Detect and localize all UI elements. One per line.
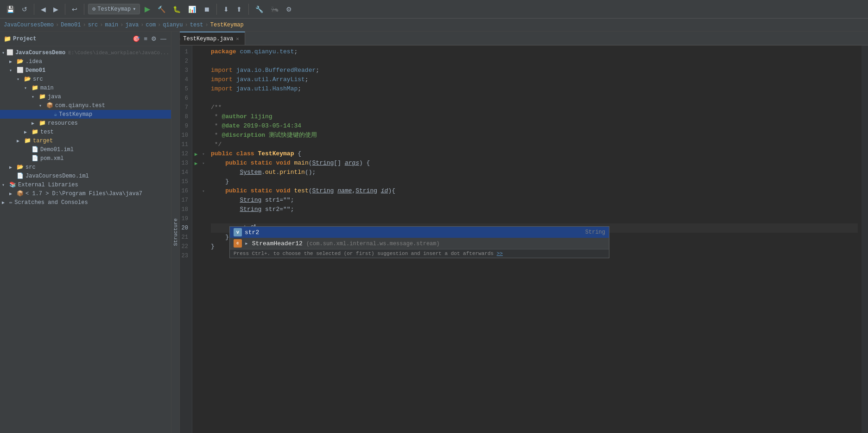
tree-label: Demo01.iml <box>40 146 74 153</box>
expand-arrow[interactable]: ▾ <box>17 76 24 82</box>
wrench-button[interactable]: 🔧 <box>253 4 266 15</box>
fold-cell-13[interactable]: ▾ <box>200 159 207 168</box>
tree-item-test[interactable]: ▶ 📁 test <box>0 127 171 136</box>
code-line-17: String str1=""; <box>211 196 858 205</box>
tree-label: < 1.7 > D:\Program Files\Java\java7 <box>25 191 142 197</box>
breadcrumb-test[interactable]: test <box>190 22 203 28</box>
tree-item-javacourses[interactable]: ▾ ⬜ JavaCoursesDemo E:\Codes\idea_workpl… <box>0 48 171 57</box>
tree-item-src2[interactable]: ▶ 📂 src <box>0 163 171 172</box>
breadcrumb: JavaCoursesDemo › Demo01 › src › main › … <box>0 19 868 32</box>
expand-arrow[interactable]: ▶ <box>9 59 17 64</box>
sync-button[interactable]: ↺ <box>19 4 30 15</box>
down-button[interactable]: ⬇ <box>221 4 232 15</box>
forward-button[interactable]: ▶ <box>51 4 61 15</box>
expand-arrow[interactable]: ▶ <box>32 121 39 126</box>
breadcrumb-main[interactable]: main <box>105 22 118 28</box>
expand-arrow[interactable]: ▾ <box>2 50 6 56</box>
run-cell-19 <box>192 214 200 223</box>
structure-label[interactable]: Structure <box>173 218 178 246</box>
folder-icon: 📂 <box>17 58 24 65</box>
run-cell-13[interactable]: ▶ <box>192 159 200 168</box>
locate-button[interactable]: 🎯 <box>132 34 141 43</box>
dropdown-icon: ▾ <box>133 6 136 13</box>
breadcrumb-java[interactable]: java <box>125 22 139 28</box>
tree-item-java[interactable]: ▾ 📁 java <box>0 92 171 101</box>
settings-button[interactable]: ⚙ <box>150 34 158 43</box>
tree-item-java7[interactable]: ▶ 📦 < 1.7 > D:\Program Files\Java\java7 <box>0 189 171 198</box>
module-icon: ⬜ <box>17 67 24 74</box>
run-button[interactable]: ▶ <box>142 3 153 15</box>
tree-item-demo01[interactable]: ▾ ⬜ Demo01 <box>0 66 171 75</box>
editor-area: ☕ TestKeymap.java ✕ 1 2 3 4 5 6 7 8 9 10… <box>171 32 868 433</box>
breadcrumb-demo01[interactable]: Demo01 <box>61 22 81 28</box>
code-line-12: public class TestKeymap { <box>211 149 858 159</box>
run-cell-1 <box>192 47 200 57</box>
fold-cell-7 <box>200 103 207 112</box>
run-config-selector[interactable]: ⚙ TestKeymap ▾ <box>88 4 140 14</box>
expand-arrow[interactable]: ▶ <box>17 138 24 144</box>
breadcrumb-src[interactable]: src <box>88 22 98 28</box>
debug-button[interactable]: 🐛 <box>170 4 184 15</box>
vcs-button[interactable]: ⚙ <box>283 4 295 15</box>
fold-cell-2 <box>200 57 207 66</box>
autocomplete-item-str2[interactable]: v str2 String <box>230 227 609 238</box>
run-cell-5 <box>192 84 200 94</box>
code-content[interactable]: package com.qianyu.test; import java.io.… <box>207 45 862 433</box>
structure-panel[interactable]: Structure <box>171 32 180 433</box>
autocomplete-dropdown[interactable]: v str2 String c ▸ StreamHeader12 (com.su… <box>229 226 609 258</box>
build-button[interactable]: 🔨 <box>155 4 168 15</box>
tree-item-main[interactable]: ▾ 📁 main <box>0 83 171 92</box>
breadcrumb-javacourses[interactable]: JavaCoursesDemo <box>4 22 54 28</box>
libs-icon: 📚 <box>9 181 16 188</box>
tab-close-button[interactable]: ✕ <box>236 36 239 42</box>
fold-cell-12[interactable]: ▾ <box>200 149 207 159</box>
coverage-button[interactable]: 📊 <box>185 4 199 15</box>
minimize-button[interactable]: — <box>159 34 167 43</box>
tab-testkeymap[interactable]: ☕ TestKeymap.java ✕ <box>171 32 245 45</box>
expand-arrow[interactable]: ▾ <box>24 85 32 91</box>
up-button[interactable]: ⬆ <box>234 4 245 15</box>
target-folder-icon: 📁 <box>24 137 31 144</box>
code-line-18: String str2=""; <box>211 205 858 214</box>
collapse-all-button[interactable]: ≡ <box>143 34 148 43</box>
breadcrumb-testkeymap[interactable]: TestKeymap <box>210 22 244 28</box>
tree-item-pom[interactable]: 📄 pom.xml <box>0 154 171 163</box>
expand-arrow[interactable]: ▶ <box>9 165 17 170</box>
breadcrumb-com[interactable]: com <box>146 22 156 28</box>
back-button[interactable]: ◀ <box>38 4 49 15</box>
fold-cell-16[interactable]: ▾ <box>200 186 207 196</box>
autocomplete-item-streamheader[interactable]: c ▸ StreamHeader12 (com.sun.xml.internal… <box>230 238 609 249</box>
separator-5 <box>248 4 249 15</box>
tree-item-resources[interactable]: ▶ 📁 resources <box>0 119 171 127</box>
revert-button[interactable]: ↩ <box>69 4 80 15</box>
hint-link[interactable]: >> <box>497 251 503 256</box>
ant-button[interactable]: 🐜 <box>268 4 281 15</box>
run-config-icon: ⚙ <box>92 6 95 13</box>
breadcrumb-qianyu[interactable]: qianyu <box>163 22 183 28</box>
separator-2 <box>65 4 65 15</box>
tree-item-target[interactable]: ▶ 📁 target <box>0 136 171 145</box>
tree-label: com.qianyu.test <box>55 102 105 109</box>
tree-item-demo01-iml[interactable]: 📄 Demo01.iml <box>0 145 171 154</box>
tree-item-package[interactable]: ▾ 📦 com.qianyu.test <box>0 101 171 110</box>
save-button[interactable]: 💾 <box>4 4 17 15</box>
tree-item-idea[interactable]: ▶ 📂 .idea <box>0 57 171 66</box>
expand-arrow[interactable]: ▶ <box>9 191 17 197</box>
run-cell-15 <box>192 177 200 186</box>
expand-arrow[interactable]: ▾ <box>9 68 17 73</box>
tree-item-scratches[interactable]: ▶ ✏️ Scratches and Consoles <box>0 198 171 207</box>
tree-item-jcd-iml[interactable]: 📄 JavaCoursesDemo.iml <box>0 172 171 180</box>
expand-arrow[interactable]: ▶ <box>2 200 9 205</box>
tree-item-src[interactable]: ▾ 📂 src <box>0 75 171 83</box>
tree-item-testkeymap[interactable]: ☕ TestKeymap <box>0 110 171 119</box>
fold-cell-4 <box>200 75 207 84</box>
expand-arrow[interactable]: ▾ <box>32 94 39 100</box>
expand-arrow[interactable]: ▾ <box>39 103 46 108</box>
tree-item-ext-libs[interactable]: ▾ 📚 External Libraries <box>0 180 171 189</box>
expand-arrow[interactable]: ▶ <box>24 129 32 135</box>
run-cell-12[interactable]: ▶ <box>192 149 200 159</box>
tree-label: JavaCoursesDemo.iml <box>25 173 89 179</box>
stop-button[interactable]: ⏹ <box>201 4 213 15</box>
code-editor[interactable]: 1 2 3 4 5 6 7 8 9 10 11 12 13 14 15 16 1… <box>171 45 868 433</box>
expand-arrow[interactable]: ▾ <box>2 182 9 188</box>
